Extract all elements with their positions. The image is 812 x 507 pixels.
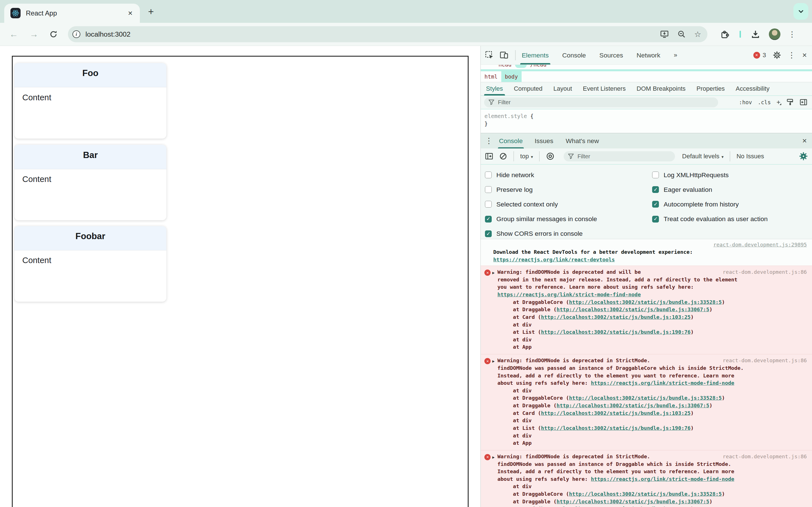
issues-counter[interactable]: No Issues <box>737 153 764 160</box>
back-icon[interactable]: ← <box>9 30 18 39</box>
bundle-source-link[interactable]: http://localhost:3002/static/js/bundle.j… <box>557 499 709 504</box>
expand-triangle-icon[interactable]: ▶ <box>492 357 495 365</box>
console-sidebar-toggle-icon[interactable] <box>485 152 493 160</box>
clear-console-icon[interactable] <box>499 152 507 160</box>
subtab-event-listeners[interactable]: Event Listeners <box>583 82 626 96</box>
subtab-layout[interactable]: Layout <box>553 82 572 96</box>
bookmark-star-icon[interactable]: ☆ <box>694 31 701 38</box>
styles-pane[interactable]: element.style { } <box>481 109 812 133</box>
zoom-out-icon[interactable] <box>677 30 686 39</box>
subtab-accessibility[interactable]: Accessibility <box>735 82 769 96</box>
card-foo[interactable]: Foo Content <box>14 63 166 138</box>
bundle-source-link[interactable]: http://localhost:3002/static/js/bundle.j… <box>541 410 691 416</box>
browser-menu-kebab-icon[interactable]: ⋮ <box>788 31 796 38</box>
devtools-menu-kebab-icon[interactable]: ⋮ <box>788 51 796 59</box>
subtab-properties[interactable]: Properties <box>696 82 725 96</box>
subtab-computed[interactable]: Computed <box>514 82 543 96</box>
drawer-tab-issues[interactable]: Issues <box>535 133 553 149</box>
devtools-close-icon[interactable]: × <box>802 51 807 59</box>
log-level-selector[interactable]: Default levels▾ <box>682 153 723 160</box>
expand-triangle-icon[interactable]: ▶ <box>492 269 495 277</box>
live-expression-eye-icon[interactable] <box>546 152 555 161</box>
console-warning-message[interactable]: × ▶ react-dom.development.js:86 Warning:… <box>481 354 812 450</box>
drawer-tab-console[interactable]: Console <box>499 133 523 149</box>
forward-icon[interactable]: → <box>30 30 38 39</box>
rendering-paint-icon[interactable] <box>786 98 794 106</box>
tab-close-icon[interactable]: × <box>127 9 133 17</box>
error-badge-icon[interactable]: × <box>753 52 760 59</box>
browser-tab[interactable]: React App × <box>4 4 140 23</box>
funnel-icon <box>488 99 495 106</box>
tab-elements[interactable]: Elements <box>522 46 549 64</box>
breadcrumb-body[interactable]: body <box>501 71 522 82</box>
strict-mode-find-node-link[interactable]: https://reactjs.org/link/strict-mode-fin… <box>591 380 734 386</box>
device-toolbar-icon[interactable] <box>500 51 508 59</box>
url-text[interactable]: localhost:3002 <box>86 31 652 38</box>
downloads-icon[interactable] <box>751 30 760 39</box>
site-info-icon[interactable]: i <box>72 31 80 38</box>
console-warning-message[interactable]: × ▶ react-dom.development.js:86 Warning:… <box>481 450 812 507</box>
dom-tag-fragment[interactable]: head <box>499 65 511 68</box>
checkbox-group-similar-messages[interactable]: Group similar messages in console <box>485 215 652 223</box>
extensions-puzzle-icon[interactable] <box>720 30 730 39</box>
bundle-source-link[interactable]: http://localhost:3002/static/js/bundle.j… <box>557 402 709 408</box>
console-settings-gear-icon[interactable] <box>799 152 808 161</box>
install-app-icon[interactable] <box>660 30 669 39</box>
tab-console[interactable]: Console <box>562 46 586 64</box>
drawer-close-icon[interactable]: × <box>802 137 807 145</box>
message-source-link[interactable]: react-dom.development.js:86 <box>723 453 807 460</box>
tab-sources[interactable]: Sources <box>599 46 623 64</box>
message-source-link[interactable]: react-dom.development.js:86 <box>723 357 807 364</box>
toggle-hover-state[interactable]: :hov <box>739 99 752 106</box>
styles-filter-input[interactable]: Filter <box>484 98 718 107</box>
tab-search-chevron-button[interactable] <box>794 3 808 20</box>
bundle-source-link[interactable]: http://localhost:3002/static/js/bundle.j… <box>541 506 691 507</box>
show-computed-sidebar-icon[interactable] <box>800 98 808 106</box>
strict-mode-find-node-link[interactable]: https://reactjs.org/link/strict-mode-fin… <box>591 476 734 482</box>
checkbox-eager-evaluation[interactable]: Eager evaluation <box>652 186 812 193</box>
bundle-source-link[interactable]: http://localhost:3002/static/js/bundle.j… <box>541 314 691 320</box>
message-source-link[interactable]: react-dom.development.js:86 <box>723 269 807 276</box>
context-selector[interactable]: top▾ <box>520 153 533 160</box>
inspect-element-icon[interactable] <box>485 51 494 59</box>
profile-avatar[interactable] <box>769 29 780 40</box>
bundle-source-link[interactable]: http://localhost:3002/static/js/bundle.j… <box>541 329 691 335</box>
checkbox-log-xmlhttprequests[interactable]: Log XMLHttpRequests <box>652 171 812 179</box>
drawer-tab-whats-new[interactable]: What's new <box>566 133 599 149</box>
card-bar[interactable]: Bar Content <box>14 145 166 220</box>
drawer-menu-kebab-icon[interactable]: ⋮ <box>485 137 493 145</box>
console-warning-message[interactable]: × ▶ react-dom.development.js:86 Warning:… <box>481 266 812 354</box>
more-tabs-icon[interactable]: » <box>674 46 676 64</box>
new-style-rule-icon[interactable]: + <box>776 98 780 106</box>
checkbox-preserve-log[interactable]: Preserve log <box>485 186 652 193</box>
breadcrumb-html[interactable]: html <box>481 71 501 82</box>
new-tab-button[interactable]: + <box>148 5 154 18</box>
bundle-source-link[interactable]: http://localhost:3002/static/js/bundle.j… <box>569 491 722 497</box>
style-rule-selector[interactable]: element.style <box>485 113 527 119</box>
card-foobar[interactable]: Foobar Content <box>14 226 166 302</box>
checkbox-autocomplete-from-history[interactable]: Autocomplete from history <box>652 201 812 208</box>
checkbox-show-cors-errors[interactable]: Show CORS errors in console <box>485 230 652 237</box>
checkbox-hide-network[interactable]: Hide network <box>485 171 652 179</box>
dom-tag-fragment[interactable]: /head <box>530 65 546 68</box>
expand-triangle-icon[interactable]: ▶ <box>492 453 495 461</box>
bundle-source-link[interactable]: http://localhost:3002/static/js/bundle.j… <box>557 306 709 313</box>
devtools-settings-gear-icon[interactable] <box>773 51 781 59</box>
toggle-element-classes[interactable]: .cls <box>758 99 770 106</box>
console-filter-input[interactable]: Filter <box>564 151 675 162</box>
extension-active-indicator <box>740 31 741 38</box>
subtab-dom-breakpoints[interactable]: DOM Breakpoints <box>637 82 686 96</box>
reload-icon[interactable] <box>49 30 58 39</box>
collapsed-node-pill[interactable] <box>515 65 526 68</box>
bundle-source-link[interactable]: http://localhost:3002/static/js/bundle.j… <box>569 395 722 401</box>
address-bar[interactable]: i localhost:3002 ☆ <box>68 26 707 42</box>
checkbox-treat-code-eval-user-action[interactable]: Treat code evaluation as user action <box>652 215 812 223</box>
react-devtools-link[interactable]: https://reactjs.org/link/react-devtools <box>493 257 615 263</box>
subtab-styles[interactable]: Styles <box>486 82 503 96</box>
bundle-source-link[interactable]: http://localhost:3002/static/js/bundle.j… <box>541 425 691 431</box>
tab-network[interactable]: Network <box>637 46 660 64</box>
message-source-link[interactable]: react-dom.development.js:29895 <box>713 242 807 247</box>
checkbox-selected-context-only[interactable]: Selected context only <box>485 201 652 208</box>
bundle-source-link[interactable]: http://localhost:3002/static/js/bundle.j… <box>569 299 722 305</box>
strict-mode-find-node-link[interactable]: https://reactjs.org/link/strict-mode-fin… <box>497 291 641 297</box>
